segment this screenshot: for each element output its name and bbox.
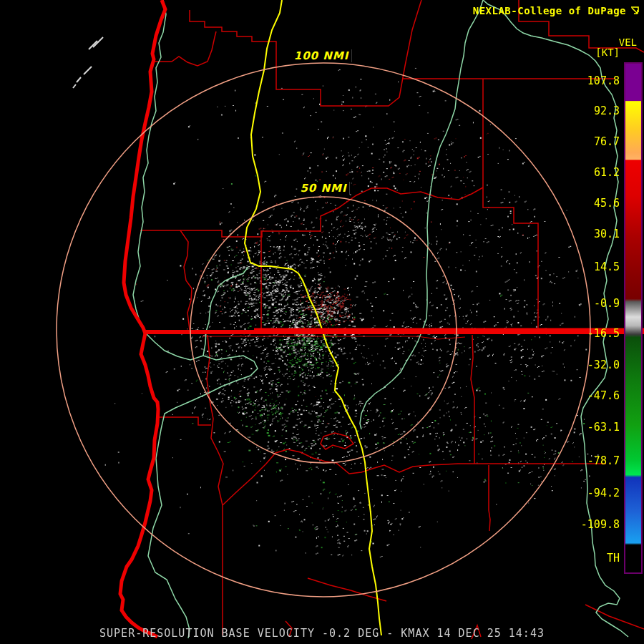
- colorbar-tick-label: -16.5: [555, 327, 620, 340]
- colorbar-tick-label: 61.2: [555, 166, 620, 179]
- colorbar-unit-label: [KT]: [595, 47, 620, 58]
- colorbar-tick-label: 92.3: [555, 104, 620, 117]
- range-ring-label: 100 NMI: [291, 49, 352, 62]
- site-credit-label: NEXLAB-College of DuPage: [473, 5, 626, 16]
- county-southeast-vertical: [471, 335, 474, 464]
- site-credit[interactable]: NEXLAB-College of DuPage: [473, 5, 640, 16]
- river-klamath: [147, 334, 258, 638]
- county-east-vertical: [483, 79, 538, 330]
- colorbar-tick-label: -94.2: [555, 487, 620, 499]
- county-south-vertical: [207, 335, 223, 635]
- colorbar-tick-label: -47.6: [555, 389, 620, 402]
- county-vertical-b: [180, 230, 192, 330]
- colorbar-tick-label: 30.1: [555, 228, 620, 240]
- colorbar-tick-label: -0.9: [555, 297, 620, 310]
- river-east-main: [360, 0, 483, 429]
- map-overlay: [0, 0, 644, 644]
- colorbar-tick-label: 107.8: [555, 74, 620, 87]
- county-loop-south: [321, 433, 353, 449]
- highway-main: [245, 0, 381, 635]
- colorbar-threshold-label: TH: [555, 552, 620, 565]
- radar-display[interactable]: NEXLAB-College of DuPage VEL [KT] 107.89…: [0, 0, 644, 644]
- colorbar-tick-label: -109.8: [555, 518, 620, 531]
- colorbar-tick-label: -32.0: [555, 358, 620, 371]
- river-branch-west: [203, 267, 248, 356]
- colorbar-tick-label: 45.6: [555, 197, 620, 210]
- colorbar-tick-label: 76.7: [555, 135, 620, 148]
- state-coastline-south: [120, 333, 158, 637]
- county-corner-diagonal: [585, 605, 644, 629]
- county-south-wiggle: [223, 449, 606, 505]
- county-mid-horizontal: [140, 187, 483, 237]
- cod-logo-icon: [630, 6, 640, 16]
- colorbar-tick-label: 14.5: [555, 260, 620, 273]
- county-sub-state: [203, 336, 465, 339]
- product-caption: SUPER-RESOLUTION BASE VELOCITY -0.2 DEG …: [0, 627, 644, 640]
- colorbar-title: VEL: [619, 36, 637, 48]
- state-coastline-north: [124, 0, 165, 333]
- range-ring-label: 50 NMI: [297, 182, 349, 195]
- county-coast-branch-south: [159, 417, 211, 425]
- county-southeast-vertical-b: [489, 465, 490, 531]
- velocity-color-scale: [624, 62, 643, 574]
- colorbar-tick-label: -63.1: [555, 421, 620, 434]
- colorbar-tick-label: -78.7: [555, 454, 620, 467]
- river-far-east: [483, 0, 628, 637]
